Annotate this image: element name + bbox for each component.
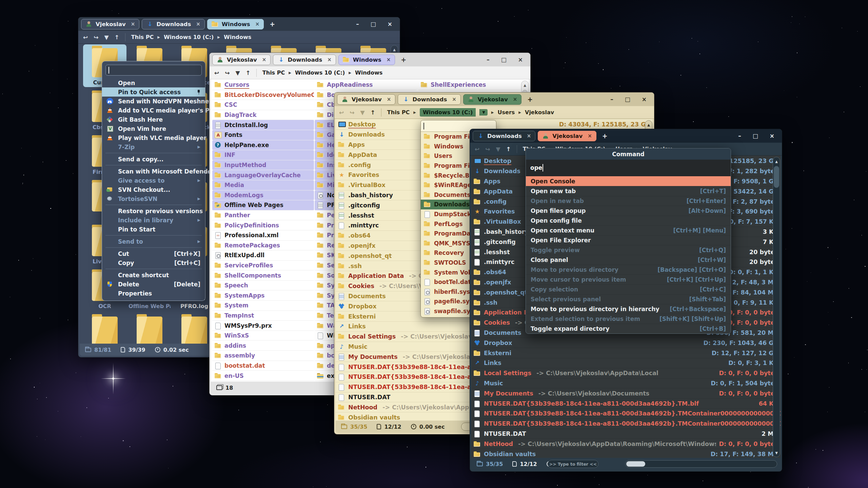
file-row-addins[interactable]: addins — [212, 341, 314, 351]
context-menu-item-pin-to-quick-access[interactable]: Pin to Quick access — [102, 87, 205, 97]
tab-close-icon[interactable]: × — [131, 21, 135, 27]
history-dropdown-icon[interactable]: ▼ — [360, 109, 365, 116]
context-menu-item-add-to-vlc-media-player-s-playlist[interactable]: Add to VLC media player's Playlist — [102, 106, 205, 115]
context-menu-item-play-with-vlc-media-player[interactable]: Play with VLC media player — [102, 133, 205, 142]
minimize-button[interactable]: – — [356, 21, 359, 27]
back-icon[interactable]: ↩ — [475, 146, 479, 152]
file-row-ntuser-dat-53b39e88-18c4-11ea-a811-000d3[interactable]: NTUSER.DAT{53b39e88-18c4-11ea-a811-000d3… — [471, 409, 781, 419]
file-row-cursors[interactable]: Cursors — [212, 80, 314, 90]
w4-horizontal-scrollbar[interactable] — [625, 460, 777, 468]
minimize-button[interactable]: – — [738, 133, 741, 139]
breadcrumb-segment[interactable]: This PC — [262, 69, 285, 76]
tab-vjekoslav[interactable]: Vjekoslav× — [463, 94, 521, 105]
maximize-button[interactable]: □ — [501, 56, 507, 63]
command-item-open-console[interactable]: Open Console — [526, 176, 731, 186]
command-item-close-panel[interactable]: Close panel[Ctrl+W] — [526, 255, 731, 265]
breadcrumb-segment[interactable]: This PC — [387, 109, 410, 116]
breadcrumb-segment-drive[interactable]: Windows 10 (C:) — [420, 108, 476, 117]
file-row-eksterni[interactable]: EksterniD: 12, F: 127, 12 GB — [471, 348, 781, 358]
command-item-move-cursor-to-previous-item[interactable]: Move cursor to previous item[Ctrl+K] [Ct… — [526, 274, 731, 284]
context-menu-item-tortoisesvn[interactable]: TortoiseSVN▶ — [102, 194, 205, 203]
command-item-select-previous-panel[interactable]: Select previous panel[Shift+Tab] — [526, 294, 731, 304]
tab-vjekoslav[interactable]: Vjekoslav× — [538, 131, 596, 141]
back-icon[interactable]: ↩ — [214, 69, 219, 76]
minimize-button[interactable]: – — [487, 56, 490, 63]
history-dropdown-icon[interactable]: ▼ — [236, 69, 240, 76]
scroll-down-icon[interactable]: ▼ — [773, 449, 780, 457]
command-item-open-config-file[interactable]: Open config file — [526, 216, 731, 225]
up-icon[interactable]: ↑ — [246, 69, 251, 76]
tab-vjekoslav[interactable]: Vjekoslav× — [337, 94, 395, 105]
breadcrumb-segment[interactable]: Windows 10 (C:) — [295, 69, 345, 76]
file-row-systemapps[interactable]: SystemApps — [212, 290, 314, 301]
file-row-wmsyspr9-prx[interactable]: WMSysPr9.prx — [212, 321, 314, 331]
file-row-nethood[interactable]: NetHood -> C:\Users\Vjekoslav\AppData\Ro… — [471, 439, 781, 449]
command-item-open-files-popup[interactable]: Open files popup[Alt+Down] — [526, 206, 731, 216]
close-button[interactable]: × — [518, 56, 523, 63]
up-icon[interactable]: ↑ — [506, 146, 511, 152]
context-menu-item-open-vim-here[interactable]: Open Vim here — [102, 124, 205, 133]
file-row-professional-xml[interactable]: Professional.xml — [212, 230, 314, 241]
context-menu-item-include-in-library[interactable]: Include in library▶ — [102, 216, 205, 225]
file-row-ntuser-dat[interactable]: NTUSER.DAT2 MB — [471, 429, 781, 439]
file-row-system[interactable]: System — [212, 301, 314, 311]
context-menu-item-properties[interactable]: Properties — [102, 289, 205, 298]
tab-close-icon[interactable]: × — [588, 133, 592, 139]
new-tab-button[interactable]: + — [524, 96, 536, 103]
w4-vertical-scrollbar[interactable]: ▲▼ — [773, 157, 780, 457]
maximize-button[interactable]: □ — [625, 96, 630, 103]
command-item-copy-selection[interactable]: Copy selection[Ctrl+C] — [526, 284, 731, 294]
file-row-obsidian-vaults[interactable]: Obsidian vaultsD: 17, F: 149, 38 MB — [471, 449, 781, 458]
tab-windows[interactable]: Windows× — [338, 55, 395, 65]
up-icon[interactable]: ↑ — [115, 34, 119, 41]
forward-icon[interactable]: ↪ — [94, 34, 98, 41]
rename-input[interactable] — [105, 65, 202, 76]
tab-downloads[interactable]: ↓Downloads× — [273, 55, 336, 65]
file-row-bootstat-dat[interactable]: bootstat.dat — [212, 361, 314, 371]
file-row-en-us[interactable]: en-US — [212, 371, 314, 381]
breadcrumb-segment[interactable]: Vjekoslav — [525, 109, 554, 116]
file-row-fonts[interactable]: Fonts — [212, 130, 314, 140]
tab-downloads[interactable]: ↓Downloads× — [398, 94, 460, 105]
file-row-rtlexupd-dll[interactable]: RtlExUpd.dll — [212, 250, 314, 261]
command-input[interactable]: ope — [526, 160, 731, 176]
context-menu-item-scan-with-microsoft-defender[interactable]: Scan with Microsoft Defender... — [102, 167, 205, 176]
file-row-appreadiness[interactable]: AppReadiness — [315, 80, 416, 90]
command-item-extend-selection-to-previous-item[interactable]: Extend selection to previous item[Shift+… — [526, 314, 731, 324]
file-row-bitlockerdiscoveryvolumecontents[interactable]: BitLockerDiscoveryVolumeContents — [212, 90, 314, 100]
tab-close-icon[interactable]: × — [387, 96, 391, 102]
tab-vjekoslav[interactable]: Vjekoslav× — [212, 55, 271, 65]
file-row-policydefinitions[interactable]: PolicyDefinitions — [212, 220, 314, 230]
file-row-shellexperiences[interactable]: ShellExperiences — [418, 80, 520, 90]
new-tab-button[interactable]: + — [599, 132, 611, 140]
scroll-up-icon[interactable]: ▲ — [645, 121, 652, 129]
tab-close-icon[interactable]: × — [196, 21, 200, 27]
forward-icon[interactable]: ↪ — [225, 69, 230, 76]
context-menu-item-7-zip[interactable]: 7-Zip▶ — [102, 142, 205, 151]
tab-downloads[interactable]: ↓Downloads× — [142, 19, 204, 29]
tab-vjekoslav[interactable]: Vjekoslav× — [81, 19, 139, 29]
file-row-inf[interactable]: INF — [212, 150, 314, 160]
back-icon[interactable]: ↩ — [339, 109, 344, 116]
file-row-winsxs[interactable]: WinSxS — [212, 331, 314, 341]
context-menu-item-give-access-to[interactable]: Give access to▶ — [102, 176, 205, 185]
breadcrumb-segment[interactable]: Users — [498, 109, 515, 116]
scroll-up-icon[interactable]: ▲ — [521, 81, 528, 89]
w4-hscroll-thumb[interactable] — [626, 461, 645, 467]
file-row-ntuser-dat-53b39e88-18c4-11ea-a811-000d3[interactable]: NTUSER.DAT{53b39e88-18c4-11ea-a811-000d3… — [471, 419, 781, 429]
context-menu-item-send-with-nordvpn-meshnet[interactable]: Send with NordVPN Meshnet — [102, 97, 205, 106]
scroll-up-icon[interactable]: ▲ — [773, 157, 780, 165]
tab-downloads[interactable]: ↓Downloads× — [473, 131, 535, 141]
command-item-open-context-menu[interactable]: Open context menu[Ctrl+M] [Menu] — [526, 225, 731, 235]
file-row-dtcinstall-log[interactable]: DtcInstall.log — [212, 120, 314, 130]
context-menu-item-send-a-copy[interactable]: Send a copy... — [102, 155, 205, 164]
maximize-button[interactable]: □ — [753, 133, 758, 139]
file-row-serviceprofiles[interactable]: ServiceProfiles — [212, 261, 314, 271]
history-dropdown-icon[interactable]: ▼ — [496, 146, 500, 152]
file-row-tempinst[interactable]: TempInst — [212, 311, 314, 321]
w4-scroll-thumb[interactable] — [774, 166, 779, 188]
breadcrumb-segment[interactable]: This PC — [131, 34, 154, 40]
forward-icon[interactable]: ↪ — [350, 109, 354, 116]
tab-close-icon[interactable]: × — [255, 21, 260, 27]
command-item-move-to-previous-directory[interactable]: Move to previous directory[Backspace] [C… — [526, 265, 731, 274]
